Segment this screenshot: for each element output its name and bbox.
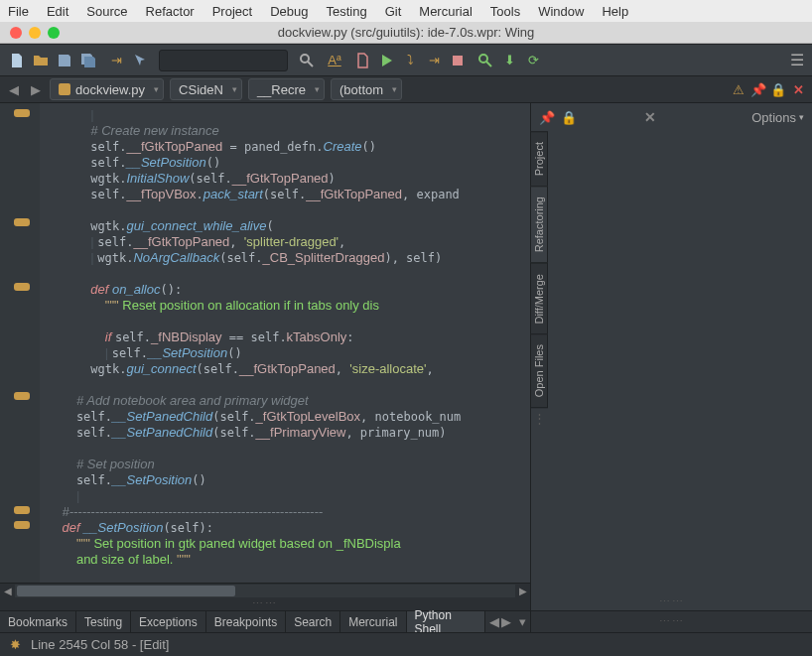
bottom-tab-bookmarks[interactable]: Bookmarks: [0, 611, 76, 632]
method-selector-label: __Recre: [257, 82, 306, 97]
panel-lock-icon[interactable]: 🔒: [561, 110, 577, 125]
search-input[interactable]: [159, 50, 288, 71]
scroll-right-icon[interactable]: ▶: [515, 586, 530, 596]
menu-git[interactable]: Git: [385, 4, 402, 19]
fold-mark[interactable]: [14, 506, 30, 514]
bottom-tab-search[interactable]: Search: [286, 611, 340, 632]
menu-file[interactable]: File: [8, 4, 29, 19]
window-controls[interactable]: [0, 27, 60, 39]
main-area: | # Create new instance self.__fGtkTopPa…: [0, 103, 812, 632]
side-bottom-dots[interactable]: ⋯⋯: [531, 611, 812, 632]
cursor-icon[interactable]: [131, 52, 149, 69]
scroll-track[interactable]: [15, 585, 515, 597]
panel-options-button[interactable]: Options ▾: [751, 110, 804, 125]
menu-window[interactable]: Window: [538, 4, 584, 19]
lock-icon[interactable]: 🔒: [770, 82, 786, 97]
side-panel-body: ProjectRefactoringDiff/MergeOpen Files⋮: [531, 131, 812, 593]
gutter[interactable]: [0, 103, 40, 583]
window-titlebar: dockview.py (src/guiutils): ide-7.0s.wpr…: [0, 22, 812, 44]
play-icon[interactable]: [377, 52, 395, 69]
menu-testing[interactable]: Testing: [326, 4, 366, 19]
method-selector[interactable]: __Recre: [248, 78, 325, 100]
bottom-tab-testing[interactable]: Testing: [76, 611, 131, 632]
side-tab-project[interactable]: Project: [530, 131, 548, 187]
bottom-tab-exceptions[interactable]: Exceptions: [131, 611, 206, 632]
step-over-icon[interactable]: ⤵: [401, 52, 419, 69]
chevron-down-icon: ▾: [799, 112, 804, 122]
search-icon[interactable]: [298, 52, 316, 69]
fold-mark[interactable]: [14, 218, 30, 226]
new-file-icon[interactable]: [8, 52, 26, 69]
warning-icon[interactable]: ⚠: [731, 82, 746, 97]
menu-icon[interactable]: ☰: [790, 51, 804, 69]
fold-mark[interactable]: [14, 392, 30, 400]
side-panel-header: 📌 🔒 ✕ Options ▾: [531, 103, 812, 131]
param-selector[interactable]: (bottom: [331, 78, 402, 100]
tab-scroll-arrows[interactable]: ◀▶ ▾: [485, 611, 530, 632]
side-tab-open-files[interactable]: Open Files: [530, 333, 548, 408]
menu-help[interactable]: Help: [602, 4, 628, 19]
bottom-tab-breakpoints[interactable]: Breakpoints: [206, 611, 286, 632]
panel-options-label: Options: [751, 110, 796, 125]
menu-project[interactable]: Project: [212, 4, 252, 19]
indent-icon[interactable]: ⇥: [107, 52, 125, 69]
panel-pin-icon[interactable]: 📌: [539, 110, 555, 125]
editor-navigation-bar: ◀ ▶ dockview.py CSideN __Recre (bottom ⚠…: [0, 75, 812, 103]
bottom-tab-mercurial[interactable]: Mercurial: [340, 611, 406, 632]
case-icon[interactable]: Aª: [326, 52, 343, 69]
fold-mark[interactable]: [14, 283, 30, 291]
search2-icon[interactable]: [476, 52, 494, 69]
status-bar: ✸ Line 2545 Col 58 - [Edit]: [0, 632, 812, 656]
doc-icon[interactable]: [353, 52, 371, 69]
svg-rect-1: [453, 56, 463, 66]
menu-debug[interactable]: Debug: [270, 4, 308, 19]
maximize-window-button[interactable]: [48, 27, 60, 39]
editor[interactable]: | # Create new instance self.__fGtkTopPa…: [0, 103, 530, 583]
side-tab-more[interactable]: ⋮: [530, 407, 548, 430]
code-area[interactable]: | # Create new instance self.__fGtkTopPa…: [40, 103, 530, 583]
menu-refactor[interactable]: Refactor: [146, 4, 195, 19]
scroll-left-icon[interactable]: ◀: [0, 586, 15, 596]
fold-mark[interactable]: [14, 521, 30, 529]
side-panel-vtabs: ProjectRefactoringDiff/MergeOpen Files⋮: [530, 131, 548, 430]
close-tab-icon[interactable]: ✕: [790, 82, 806, 97]
status-text: Line 2545 Col 58 - [Edit]: [31, 637, 169, 652]
menu-tools[interactable]: Tools: [490, 4, 520, 19]
side-tab-diff-merge[interactable]: Diff/Merge: [530, 263, 548, 335]
menu-source[interactable]: Source: [86, 4, 127, 19]
editor-pane: | # Create new instance self.__fGtkTopPa…: [0, 103, 530, 632]
side-panel: 📌 🔒 ✕ Options ▾ ProjectRefactoringDiff/M…: [530, 103, 812, 632]
nav-back-icon[interactable]: ◀: [6, 82, 22, 97]
svg-point-2: [479, 55, 487, 63]
open-folder-icon[interactable]: [32, 52, 50, 69]
step-into-icon[interactable]: ⇥: [425, 52, 443, 69]
minimize-window-button[interactable]: [29, 27, 41, 39]
refresh-icon[interactable]: ⟳: [524, 52, 542, 69]
pin-icon[interactable]: 📌: [750, 82, 766, 97]
horizontal-scrollbar[interactable]: ◀ ▶: [0, 583, 530, 597]
side-bottom-strip: ⋯⋯: [531, 610, 812, 632]
side-tab-refactoring[interactable]: Refactoring: [530, 186, 548, 263]
window-title: dockview.py (src/guiutils): ide-7.0s.wpr…: [0, 25, 812, 40]
file-selector-label: dockview.py: [75, 82, 145, 97]
panel-resize-dots[interactable]: ⋯⋯: [531, 593, 812, 610]
svg-point-0: [301, 55, 309, 63]
param-selector-label: (bottom: [339, 82, 383, 97]
fold-mark[interactable]: [14, 109, 30, 117]
bottom-tab-python-shell[interactable]: Python Shell: [407, 611, 485, 632]
bug-icon[interactable]: ✸: [10, 637, 21, 652]
save-all-icon[interactable]: [79, 52, 97, 69]
panel-close-icon[interactable]: ✕: [644, 109, 656, 125]
menu-mercurial[interactable]: Mercurial: [419, 4, 472, 19]
nav-forward-icon[interactable]: ▶: [28, 82, 44, 97]
bottom-tabs: BookmarksTestingExceptionsBreakpointsSea…: [0, 610, 530, 632]
menu-edit[interactable]: Edit: [47, 4, 68, 19]
class-selector[interactable]: CSideN: [170, 78, 242, 100]
save-icon[interactable]: [56, 52, 73, 69]
stop-icon[interactable]: [449, 52, 467, 69]
main-toolbar: ⇥ Aª ⤵ ⇥ ⬇ ⟳ ☰: [0, 44, 812, 75]
scroll-thumb[interactable]: [17, 586, 235, 596]
close-window-button[interactable]: [10, 27, 22, 39]
file-selector[interactable]: dockview.py: [50, 78, 164, 100]
download-icon[interactable]: ⬇: [500, 52, 518, 69]
